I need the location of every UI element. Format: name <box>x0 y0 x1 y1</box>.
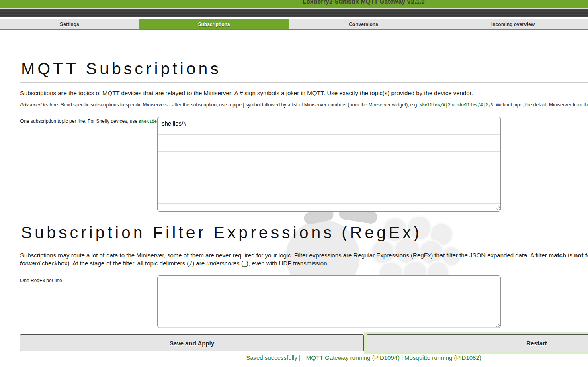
app-header: Loxberry2-Statistik MQTT Gateway V2.1.0 <box>0 0 588 9</box>
tab-conversions[interactable]: Conversions <box>289 19 438 29</box>
filter-intro-text: Subscriptions may route a lot of data to… <box>20 251 588 267</box>
regex-textarea-wrap <box>157 275 501 328</box>
status-mosquitto: Mosquitto running (PID1082) <box>404 354 481 361</box>
text-segment: data. A filter <box>514 252 549 259</box>
text-segment[interactable]: JSON expanded <box>469 252 514 259</box>
save-and-apply-button[interactable]: Save and Apply <box>20 334 364 351</box>
status-saved: Saved successfully | <box>246 354 301 361</box>
header-dark-bar <box>0 9 588 17</box>
section-divider <box>20 244 588 244</box>
status-gateway: MQTT Gateway running (PID1094) <box>306 354 400 361</box>
status-bar: Saved successfully |MQTT Gateway running… <box>0 354 588 361</box>
subscriptions-intro-text: Subscriptions are the topics of MQTT dev… <box>20 90 473 96</box>
text-segment: underscores <box>206 260 240 267</box>
text-segment: shellies/#|2,3 <box>457 102 493 107</box>
text-segment: not forwarded t <box>574 252 588 259</box>
text-segment: ) are <box>192 260 206 267</box>
text-segment: is <box>566 252 574 259</box>
text-segment: shellies/#|2 <box>420 102 450 107</box>
subscriptions-section-title: MQTT Subscriptions <box>21 59 221 78</box>
subscriptions-textarea-wrap: shellies/# <box>157 117 501 212</box>
text-segment: forward <box>20 260 40 267</box>
text-segment: ), even with UDP transmission. <box>246 260 329 267</box>
subscriptions-textarea[interactable]: shellies/# <box>157 117 501 212</box>
tab-subscriptions[interactable]: Subscriptions <box>139 19 289 29</box>
text-segment: _ <box>243 261 246 267</box>
tab-settings[interactable]: Settings <box>0 19 139 29</box>
filter-intro-line-2: forward checkbox). At the stage of the f… <box>20 259 588 268</box>
filter-intro-line-1: Subscriptions may route a lot of data to… <box>20 251 588 259</box>
tab-bar: Settings Subscriptions Conversions Incom… <box>0 19 588 30</box>
section-divider <box>20 82 588 83</box>
advanced-feature-note: Advanced feature: Send specific subscrip… <box>20 102 588 108</box>
regex-field-label: One RegEx per line. <box>20 278 64 283</box>
text-segment: match <box>549 252 566 259</box>
subscriptions-field-label: One subscription topic per line. For She… <box>20 118 164 124</box>
text-segment: or <box>450 102 457 108</box>
text-segment: One subscription topic per line. For She… <box>20 118 139 124</box>
text-segment: . Without pipe, the default Miniserver f… <box>493 102 588 108</box>
regex-filter-textarea[interactable] <box>157 275 501 328</box>
restart-button[interactable]: Restart <box>367 334 588 351</box>
app-title: Loxberry2-Statistik MQTT Gateway V2.1.0 <box>0 0 588 5</box>
text-segment: ( <box>240 260 243 267</box>
text-segment: / <box>189 261 192 267</box>
text-segment: checkbox). At the stage of the filter, a… <box>40 260 189 267</box>
text-segment: Subscriptions may route a lot of data to… <box>20 252 469 259</box>
page: Loxberry2-Statistik MQTT Gateway V2.1.0 … <box>0 0 588 367</box>
filter-section-title: Subscription Filter Expressions (RegEx) <box>21 223 422 242</box>
text-segment: Send specific subscriptions to specific … <box>59 102 420 108</box>
restart-button-highlight: Restart <box>364 332 588 354</box>
status-separator: | <box>401 354 403 361</box>
tab-incoming-overview[interactable]: Incoming overview <box>438 19 588 29</box>
text-segment: Advanced feature: <box>20 102 59 108</box>
